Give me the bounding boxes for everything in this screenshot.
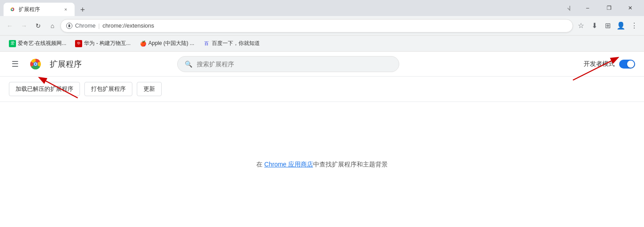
tab-close-button[interactable]: × — [62, 6, 69, 13]
download-button[interactable]: ⬇ — [588, 20, 600, 32]
dev-mode-toggle[interactable] — [619, 60, 635, 69]
bookmarks-bar: 爱 爱奇艺·在线视频网... 华 华为 - 构建万物互... 🍎 Apple (… — [0, 36, 644, 52]
address-brand: Chrome — [75, 22, 95, 29]
address-bar[interactable]: Chrome | chrome://extensions — [60, 19, 573, 32]
tab-title: 扩展程序 — [19, 6, 60, 13]
empty-prefix: 在 — [256, 161, 264, 168]
bookmark-huawei[interactable]: 华 华为 - 构建万物互... — [72, 38, 134, 49]
right-icons: ☆ ⬇ ⊞ 👤 ⋮ — [575, 20, 640, 32]
home-button[interactable]: ⌂ — [46, 20, 59, 32]
titlebar: 扩展程序 × + – ❐ ✕ — [0, 0, 644, 16]
active-tab[interactable]: 扩展程序 × — [4, 3, 75, 16]
reload-button[interactable]: ↻ — [32, 20, 44, 32]
address-separator: | — [98, 22, 99, 29]
pack-extension-button[interactable]: 打包扩展程序 — [84, 82, 132, 96]
extensions-header: ☰ 扩展程序 🔍 开发者模式 — [0, 52, 644, 77]
address-url: chrome://extensions — [103, 22, 154, 29]
toggle-knob — [627, 61, 634, 68]
restore-arrow-icon — [567, 5, 573, 11]
window-controls: – ❐ ✕ — [567, 0, 640, 16]
empty-state: 在 Chrome 应用商店中查找扩展程序和主题背景 — [0, 102, 644, 227]
bookmark-baidu[interactable]: 百 百度一下，你就知道 — [199, 38, 263, 49]
forward-button[interactable]: → — [18, 20, 30, 32]
empty-suffix: 中查找扩展程序和主题背景 — [313, 161, 388, 168]
extensions-page: ☰ 扩展程序 🔍 开发者模式 — [0, 52, 644, 227]
bookmark-baidu-label: 百度一下，你就知道 — [212, 40, 260, 47]
bookmark-baidu-icon: 百 — [203, 40, 210, 47]
back-button[interactable]: ← — [4, 20, 16, 32]
update-button[interactable]: 更新 — [137, 82, 162, 96]
bookmark-huawei-icon: 华 — [75, 40, 82, 47]
close-button[interactable]: ✕ — [620, 0, 640, 16]
bookmark-huawei-label: 华为 - 构建万物互... — [84, 40, 131, 47]
search-icon: 🔍 — [185, 61, 192, 68]
tab-bar: 扩展程序 × + — [4, 0, 567, 16]
dev-mode-section: 开发者模式 — [584, 60, 635, 69]
new-tab-button[interactable]: + — [76, 4, 89, 16]
extensions-button[interactable]: ⊞ — [601, 20, 614, 32]
extensions-toolbar: 加载已解压的扩展程序 打包扩展程序 更新 — [0, 77, 644, 102]
tab-favicon — [9, 6, 16, 13]
svg-point-2 — [12, 8, 13, 10]
empty-state-text: 在 Chrome 应用商店中查找扩展程序和主题背景 — [256, 161, 388, 169]
hamburger-menu[interactable]: ☰ — [9, 58, 21, 70]
search-bar[interactable]: 🔍 — [177, 56, 399, 72]
svg-rect-4 — [68, 26, 70, 27]
page-title: 扩展程序 — [50, 59, 82, 69]
profile-button[interactable]: 👤 — [615, 20, 627, 32]
chrome-store-link[interactable]: Chrome 应用商店 — [264, 161, 313, 168]
bookmark-apple[interactable]: 🍎 Apple (中国大陆) ... — [136, 38, 198, 49]
bookmark-apple-icon: 🍎 — [139, 40, 147, 47]
maximize-button[interactable]: ❐ — [599, 0, 619, 16]
bookmark-iqiyi-icon: 爱 — [9, 40, 16, 47]
main-content: ☰ 扩展程序 🔍 开发者模式 — [0, 52, 644, 227]
load-unpacked-button[interactable]: 加载已解压的扩展程序 — [9, 82, 80, 96]
search-input[interactable] — [197, 61, 392, 68]
address-lock-icon — [66, 23, 72, 29]
bookmark-apple-label: Apple (中国大陆) ... — [148, 40, 194, 47]
dev-mode-label: 开发者模式 — [584, 60, 615, 68]
chrome-logo — [28, 57, 43, 71]
menu-button[interactable]: ⋮ — [628, 20, 640, 32]
bookmark-button[interactable]: ☆ — [575, 20, 587, 32]
addressbar: ← → ↻ ⌂ Chrome | chrome://extensions ☆ ⬇… — [0, 16, 644, 36]
minimize-button[interactable]: – — [577, 0, 598, 16]
bookmark-iqiyi-label: 爱奇艺·在线视频网... — [18, 40, 66, 47]
bookmark-iqiyi[interactable]: 爱 爱奇艺·在线视频网... — [5, 38, 70, 49]
svg-point-8 — [35, 63, 36, 65]
